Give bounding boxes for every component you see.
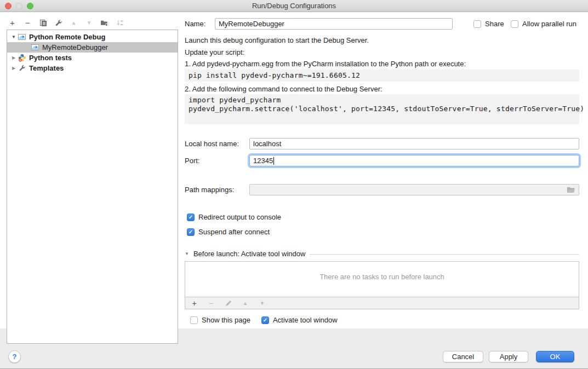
before-launch-title: Before launch: Activate tool window [193, 250, 306, 258]
python-icon [17, 54, 27, 62]
path-mappings-label: Path mappings: [185, 184, 234, 195]
before-launch-task-list[interactable]: There are no tasks to run before launch [185, 261, 579, 297]
local-host-label: Local host name: [185, 138, 239, 149]
update-script-text: Update your script: [185, 48, 244, 56]
ok-button[interactable]: OK [536, 351, 574, 362]
share-label: Share [485, 20, 504, 28]
port-label: Port: [185, 155, 199, 166]
suspend-after-connect-checkbox[interactable]: ✓ [187, 228, 195, 236]
remote-debug-icon [17, 33, 27, 41]
empty-task-list-text: There are no tasks to run before launch [319, 273, 444, 281]
show-this-page-checkbox[interactable] [190, 316, 198, 324]
move-up-icon[interactable]: ▲ [70, 19, 78, 27]
chevron-right-icon[interactable]: ▶ [10, 66, 17, 71]
tree-item-label: MyRemoteDebugger [42, 43, 108, 51]
section-rule [310, 254, 579, 255]
move-task-down-icon[interactable]: ▼ [258, 299, 266, 308]
tree-item-myremotedebugger[interactable]: MyRemoteDebugger [7, 42, 178, 53]
tree-item-label: Python tests [29, 54, 72, 62]
activate-tool-window-checkbox[interactable]: ✓ [261, 316, 269, 324]
tree-item-templates[interactable]: ▶ Templates [7, 63, 178, 73]
local-host-input[interactable] [249, 138, 579, 149]
new-folder-icon[interactable] [100, 19, 109, 27]
step1-text: 1. Add pydevd-pycharm.egg from the PyCha… [185, 60, 466, 68]
edit-task-icon[interactable] [224, 299, 232, 308]
remove-configuration-icon[interactable]: − [24, 19, 32, 27]
pip-install-code: pip install pydevd-pycharm~=191.6605.12 [185, 70, 579, 82]
path-mappings-input[interactable] [249, 184, 579, 195]
tree-item-python-tests[interactable]: ▶ Python tests [7, 53, 178, 63]
configuration-form: Name: Share Allow parallel run Launch th… [185, 0, 579, 328]
activate-tool-window-label: Activate tool window [273, 316, 338, 324]
copy-configuration-icon[interactable] [39, 19, 47, 27]
move-down-icon[interactable]: ▼ [85, 19, 93, 27]
tree-item-python-remote-debug[interactable]: ▼ Python Remote Debug [7, 32, 178, 42]
suspend-after-connect-label: Suspend after connect [198, 228, 270, 236]
chevron-right-icon[interactable]: ▶ [10, 55, 17, 60]
help-button[interactable]: ? [8, 350, 21, 363]
redirect-output-checkbox[interactable]: ✓ [187, 214, 195, 221]
redirect-output-label: Redirect output to console [198, 213, 281, 221]
remote-debug-icon [30, 44, 40, 51]
sort-alphabetically-icon[interactable] [116, 19, 124, 27]
configurations-tree: ▼ Python Remote Debug MyRemoteDebugger [7, 30, 178, 344]
task-list-toolbar: + − ▲ ▼ [185, 297, 579, 309]
allow-parallel-run-checkbox[interactable] [511, 20, 518, 28]
configurations-toolbar: + − ▲ ▼ [8, 17, 124, 29]
tree-item-label: Templates [29, 64, 64, 72]
intro-text: Launch this debug configuration to start… [185, 36, 369, 44]
allow-parallel-run-label: Allow parallel run [522, 20, 576, 28]
show-this-page-label: Show this page [202, 316, 250, 324]
add-configuration-icon[interactable]: + [8, 19, 16, 27]
name-input[interactable] [215, 18, 453, 30]
settrace-code-line2: pydevd_pycharm.settrace('localhost', por… [189, 105, 575, 113]
port-value: 12345 [253, 157, 273, 165]
name-label: Name: [185, 18, 205, 30]
port-input[interactable]: 12345 [249, 155, 579, 166]
tree-item-label: Python Remote Debug [29, 33, 105, 41]
edit-templates-icon[interactable] [54, 19, 62, 27]
run-debug-configurations-dialog: Run/Debug Configurations + − ▲ ▼ [0, 0, 588, 369]
collapse-section-icon[interactable]: ▼ [185, 251, 189, 256]
settrace-code-line1: import pydevd_pycharm [189, 96, 575, 105]
add-task-icon[interactable]: + [190, 299, 198, 308]
move-task-up-icon[interactable]: ▲ [241, 299, 249, 308]
share-checkbox[interactable] [473, 20, 481, 28]
text-caret [273, 157, 274, 165]
apply-button[interactable]: Apply [489, 351, 528, 362]
open-folder-icon[interactable] [567, 187, 575, 193]
cancel-button[interactable]: Cancel [443, 351, 483, 362]
remove-task-icon[interactable]: − [207, 299, 215, 308]
chevron-down-icon[interactable]: ▼ [10, 34, 17, 39]
step2-text: 2. Add the following command to connect … [185, 85, 383, 93]
wrench-icon [17, 65, 27, 72]
settrace-code: import pydevd_pycharmpydevd_pycharm.sett… [185, 94, 579, 124]
